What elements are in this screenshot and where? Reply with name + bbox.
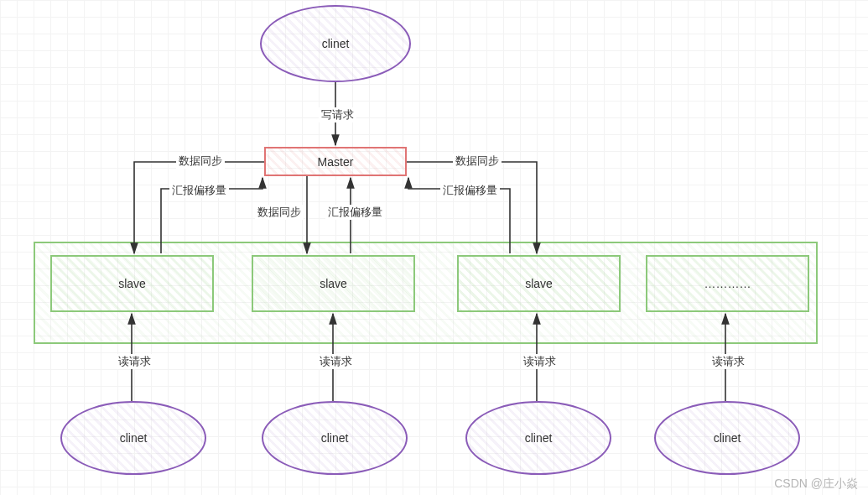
master-label: Master bbox=[318, 155, 354, 169]
slave-label-1: slave bbox=[118, 277, 146, 290]
label-data-sync-right: 数据同步 bbox=[453, 154, 502, 169]
slave-box-4: ………… bbox=[646, 255, 809, 312]
label-write-request: 写请求 bbox=[319, 107, 356, 122]
label-read-3: 读请求 bbox=[521, 354, 559, 369]
label-report-offset-right: 汇报偏移量 bbox=[440, 183, 500, 198]
client-bottom-1: clinet bbox=[60, 401, 206, 475]
client-bottom-label-3: clinet bbox=[525, 431, 553, 445]
client-top-ellipse: clinet bbox=[260, 5, 411, 82]
slave-box-3: slave bbox=[457, 255, 621, 312]
label-read-4: 读请求 bbox=[709, 354, 747, 369]
slave-label-2: slave bbox=[320, 277, 347, 290]
label-data-sync-left: 数据同步 bbox=[176, 154, 225, 169]
client-top-label: clinet bbox=[322, 37, 350, 50]
client-bottom-label-4: clinet bbox=[714, 431, 741, 445]
slave-box-1: slave bbox=[50, 255, 214, 312]
client-bottom-2: clinet bbox=[262, 401, 408, 475]
label-report-offset-mid: 汇报偏移量 bbox=[325, 205, 385, 220]
label-data-sync-mid: 数据同步 bbox=[255, 205, 304, 220]
slave-label-4: ………… bbox=[704, 277, 751, 290]
label-read-2: 读请求 bbox=[317, 354, 355, 369]
slave-box-2: slave bbox=[252, 255, 415, 312]
label-read-1: 读请求 bbox=[116, 354, 153, 369]
label-report-offset-left: 汇报偏移量 bbox=[169, 183, 229, 198]
slave-label-3: slave bbox=[525, 277, 553, 290]
client-bottom-3: clinet bbox=[465, 401, 611, 475]
client-bottom-label-1: clinet bbox=[120, 431, 148, 445]
client-bottom-4: clinet bbox=[654, 401, 800, 475]
watermark: CSDN @庄小焱 bbox=[774, 477, 858, 492]
master-box: Master bbox=[264, 147, 407, 176]
client-bottom-label-2: clinet bbox=[321, 431, 349, 445]
